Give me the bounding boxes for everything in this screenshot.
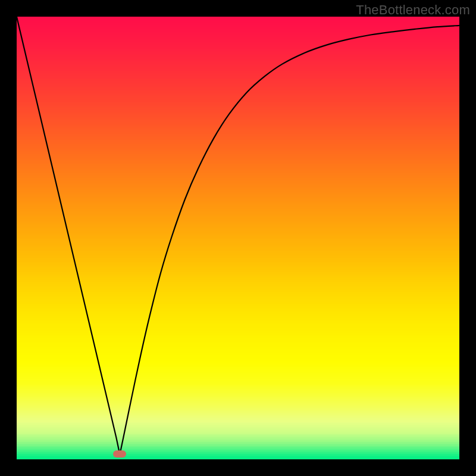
chart-frame: TheBottleneck.com — [0, 0, 476, 476]
bottleneck-curve — [17, 17, 459, 455]
watermark-text: TheBottleneck.com — [356, 2, 470, 18]
plot-area — [17, 17, 459, 459]
optimal-point-marker — [113, 450, 126, 458]
curve-layer — [17, 17, 459, 459]
